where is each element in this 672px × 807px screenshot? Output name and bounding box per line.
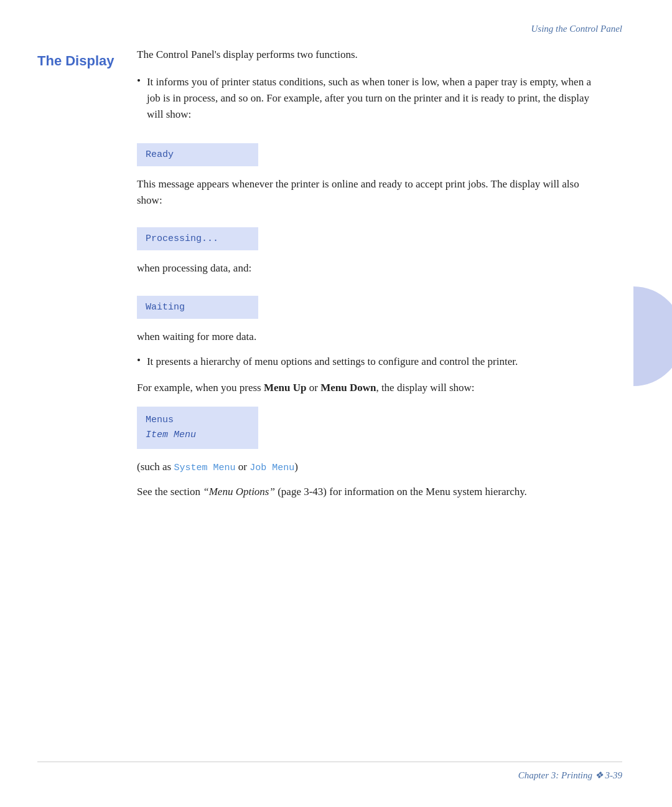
bullet-dot-1: • <box>137 75 141 87</box>
see-section-prefix: See the section <box>137 486 203 498</box>
intro-paragraph: The Control Panel's display performs two… <box>137 47 604 63</box>
menu-intro-paragraph: For example, when you press Menu Up or M… <box>137 380 604 396</box>
such-as-prefix: (such as <box>137 461 174 473</box>
bullet-text-1: It informs you of printer status conditi… <box>147 74 604 123</box>
system-menu-link[interactable]: System Menu <box>174 463 235 473</box>
such-as-suffix: ) <box>294 461 298 473</box>
waiting-follow-text: when waiting for more data. <box>137 329 604 345</box>
bullet-dot-2: • <box>137 354 141 367</box>
tab-decoration <box>633 286 672 386</box>
ready-follow-text: This message appears whenever the printe… <box>137 176 604 209</box>
job-menu-link[interactable]: Job Menu <box>250 463 294 473</box>
page-footer: Chapter 3: Printing ❖ 3-39 <box>518 770 622 781</box>
bullet-text-2: It presents a hierarchy of menu options … <box>147 354 518 370</box>
bullet-item-2: • It presents a hierarchy of menu option… <box>137 354 604 370</box>
menus-line1: Menus <box>146 413 250 428</box>
display-box-ready: Ready <box>137 143 258 166</box>
menu-bold2: Menu Down <box>320 382 376 394</box>
page-header: Using the Control Panel <box>531 24 622 34</box>
menu-or: or <box>306 382 320 394</box>
see-section-italic: “Menu Options” <box>203 486 275 498</box>
section-title: The Display <box>37 53 114 69</box>
footer-divider <box>37 762 622 762</box>
display-box-waiting: Waiting <box>137 296 258 319</box>
display-box-processing: Processing... <box>137 227 258 250</box>
such-as-or: or <box>236 461 250 473</box>
main-content: The Control Panel's display performs two… <box>137 47 604 509</box>
processing-follow-text: when processing data, and: <box>137 260 604 276</box>
menu-end: , the display will show: <box>376 382 474 394</box>
menu-bold1: Menu Up <box>264 382 306 394</box>
see-section-paragraph: See the section “Menu Options” (page 3-4… <box>137 484 604 500</box>
bullet-item-1: • It informs you of printer status condi… <box>137 74 604 123</box>
menu-intro-text: For example, when you press <box>137 382 264 394</box>
menus-line2: Item Menu <box>146 428 250 443</box>
see-section-middle: (page 3-43) for information on the Menu … <box>275 486 527 498</box>
such-as-paragraph: (such as System Menu or Job Menu) <box>137 459 604 475</box>
display-box-menus: Menus Item Menu <box>137 407 258 449</box>
